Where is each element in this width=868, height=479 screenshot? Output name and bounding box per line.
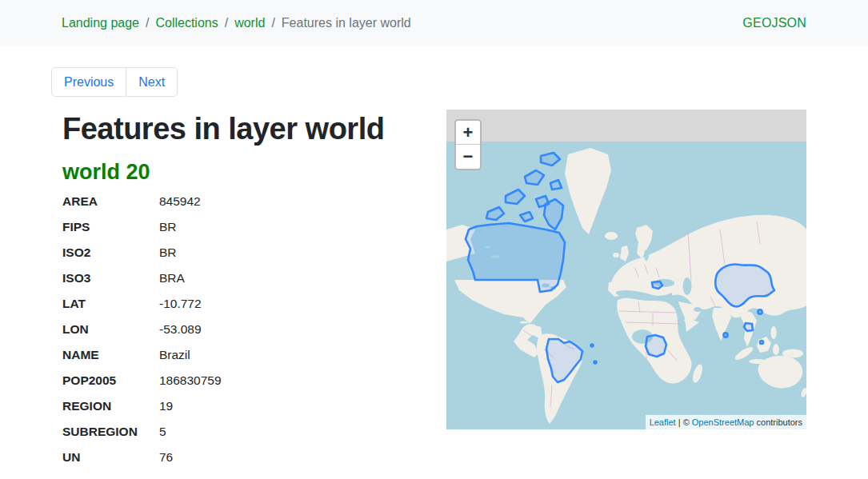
- property-value: -53.089: [159, 322, 202, 337]
- map-zoom-control: + −: [454, 119, 482, 170]
- page-title: Features in layer world: [62, 112, 422, 146]
- table-row: ISO2BR: [62, 245, 422, 271]
- property-label: POP2005: [62, 373, 159, 388]
- property-value: BRA: [159, 271, 185, 285]
- property-value: 186830759: [159, 373, 222, 388]
- table-row: POP2005186830759: [62, 373, 422, 399]
- map-attribution: Leaflet | © OpenStreetMap contributors: [646, 415, 806, 429]
- table-row: REGION19: [62, 399, 422, 425]
- property-label: LAT: [62, 297, 159, 311]
- property-label: ISO3: [62, 271, 159, 285]
- attribution-suffix: contributors: [754, 417, 802, 427]
- property-value: BR: [159, 245, 177, 260]
- breadcrumb: Landing page / Collections / world / Fea…: [62, 16, 411, 30]
- property-label: UN: [62, 450, 159, 465]
- table-row: LAT-10.772: [62, 297, 422, 322]
- property-label: AREA: [62, 194, 159, 209]
- table-row: FIPSBR: [62, 220, 422, 245]
- feature-pagination: Previous Next: [51, 67, 178, 97]
- feature-details-panel: Features in layer world world 20 AREA845…: [62, 112, 422, 476]
- property-value: BR: [159, 220, 177, 234]
- geojson-format-link[interactable]: GEOJSON: [742, 16, 806, 30]
- table-row: ISO3BRA: [62, 271, 422, 297]
- property-label: REGION: [62, 399, 159, 413]
- leaflet-map[interactable]: + − Leaflet | © OpenStreetMap contributo…: [446, 110, 806, 429]
- property-value: 19: [159, 399, 173, 413]
- feature-properties-table: AREA845942 FIPSBR ISO2BR ISO3BRA LAT-10.…: [62, 194, 422, 476]
- table-row: AREA845942: [62, 194, 422, 220]
- property-value: -10.772: [159, 297, 202, 311]
- table-row: LON-53.089: [62, 322, 422, 348]
- openstreetmap-link[interactable]: OpenStreetMap: [692, 417, 754, 427]
- property-label: NAME: [62, 348, 159, 362]
- zoom-out-button[interactable]: −: [456, 145, 480, 169]
- breadcrumb-separator: /: [146, 16, 149, 30]
- property-label: LON: [62, 322, 159, 337]
- property-label: SUBREGION: [62, 425, 159, 439]
- top-bar: Landing page / Collections / world / Fea…: [0, 0, 868, 46]
- zoom-in-button[interactable]: +: [456, 121, 480, 145]
- feature-id-heading: world 20: [62, 160, 422, 185]
- breadcrumb-world[interactable]: world: [234, 16, 265, 30]
- attribution-copyright: ©: [683, 417, 692, 427]
- property-label: FIPS: [62, 220, 159, 234]
- table-row: UN76: [62, 450, 422, 476]
- table-row: SUBREGION5: [62, 425, 422, 450]
- previous-button[interactable]: Previous: [51, 67, 126, 97]
- breadcrumb-landing-page[interactable]: Landing page: [62, 16, 139, 30]
- property-value: 845942: [159, 194, 201, 209]
- breadcrumb-separator: /: [271, 16, 274, 30]
- breadcrumb-current-page: Features in layer world: [282, 16, 411, 30]
- property-label: ISO2: [62, 245, 159, 260]
- leaflet-link[interactable]: Leaflet: [650, 417, 676, 427]
- next-button[interactable]: Next: [126, 67, 178, 97]
- world-map-tiles: [446, 110, 806, 429]
- property-value: 76: [159, 450, 173, 465]
- attribution-separator: |: [676, 417, 683, 427]
- property-value: Brazil: [159, 348, 190, 362]
- property-value: 5: [159, 425, 166, 439]
- breadcrumb-collections[interactable]: Collections: [155, 16, 218, 30]
- table-row: NAMEBrazil: [62, 348, 422, 373]
- breadcrumb-separator: /: [225, 16, 228, 30]
